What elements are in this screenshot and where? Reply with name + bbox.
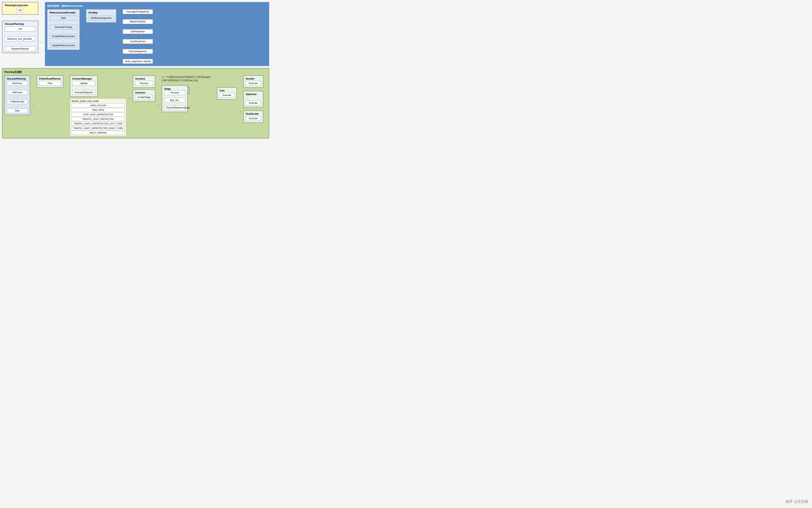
arrow-rlp-to-pnc: →: [82, 35, 84, 38]
scenario-manager-box: ScenarioManager Update ↓ ScenarioDispatc…: [70, 75, 98, 97]
ba3: ↓: [7, 105, 28, 108]
reference-line-container: 独立的进程，提供ReferenceLine ReferenceLineProvi…: [45, 2, 269, 66]
rlp-create: CreateReferenceLine: [50, 34, 77, 39]
olp-init-node: Init: [5, 27, 36, 31]
stage-stack-container: Stage Process ↓ task_list_ ↓ PlanOnRefer…: [162, 85, 193, 111]
af4: ↓: [123, 45, 153, 48]
bottom-olp-title: OnLanePlanning: [7, 77, 28, 80]
arrow-pnc-to-funcs: →: [118, 35, 121, 38]
olp-ref-node: reference_line_provider_: [5, 37, 36, 41]
cfg-stop-sign: STOP_SIGN_UNPROTECTED: [72, 113, 124, 117]
pnc-map-box: PncMap GetRouteSegments: [86, 9, 116, 23]
ba2: ↓: [7, 96, 28, 98]
scenario1-title: Scenario: [135, 77, 153, 80]
af2: ↓: [123, 25, 153, 28]
arrow-scenario-to-stage: →: [157, 104, 160, 108]
notes-box: 1.一个场景(scenario)可能有好几个阶段(stage) 2.每个阶段有好…: [162, 75, 210, 82]
decider-box: Decider Execute: [243, 75, 263, 88]
af5: ↓: [123, 55, 153, 58]
rlp-update: UpdateReferenceLine: [50, 43, 77, 48]
func-extend: ExtendSegments: [123, 49, 153, 54]
sm-dispatch: ScenarioDispatch: [72, 90, 95, 95]
bottom-section: Planning主流程 OnLanePlanning RunOnce ↓ Ini…: [2, 68, 269, 138]
ref-provider-box: ReferenceLineProvider Start ↓ GenerateTh…: [47, 9, 80, 50]
planning-component-init: Init: [16, 8, 24, 13]
rss-decider-box: RssDecider Execute: [243, 111, 263, 123]
cfg-tl-unprotected-left: TRAFFIC_LIGHT_UNPROTECTED_LEFT_TURN: [72, 122, 124, 126]
planning-component-title: PlanningComponent: [5, 4, 28, 7]
optimizer-title: Optimizer: [246, 93, 261, 96]
stage-area: 1.一个场景(scenario)可能有好几个阶段(stage) 2.每个阶段有好…: [162, 75, 210, 111]
arrow-bolp-to-prp: →: [32, 104, 35, 108]
rlp-start: Start: [50, 16, 77, 20]
func-getproj: GetProjection: [123, 29, 153, 34]
bottom-title: Planning主流程: [4, 71, 267, 74]
bolp-plan: Plan: [7, 108, 28, 113]
bolp-runonce: RunOnce: [7, 81, 28, 86]
deciders-column: Decider Execute Optimizer → Execute RssD…: [243, 75, 263, 123]
planner-config-box: planner_public_road_config LANE_FOLLOW S…: [70, 98, 126, 136]
prp-plan: Plan: [39, 81, 61, 86]
stage-title: Stage: [164, 87, 171, 90]
stage-box: Stage Process ↓ task_list_ ↓ PlanOnRefer…: [162, 85, 188, 112]
on-lane-planning-top-title: OnLanePlanning: [5, 23, 36, 26]
rss-execute: Execute: [246, 116, 261, 121]
arrow2: ↓: [5, 42, 36, 45]
func-route-back: route_segments->back(): [123, 59, 153, 64]
arrow-stage-to-task: →: [212, 110, 215, 113]
right-funcs-box: PassageToSegments ↓ MakePointENU ↓ GetPr…: [123, 9, 153, 64]
cfg-valet: VALET_PARKING: [72, 131, 124, 135]
optimizer-box: Optimizer → Execute: [243, 91, 263, 108]
scenario-box-2: Scenario CreateStage: [133, 89, 155, 101]
planning-component-box: PlanningComponent Init: [2, 2, 38, 15]
arrow-task-to-decider: →: [239, 110, 241, 113]
sc2-create: CreateStage: [135, 95, 153, 99]
cfg-tl-unprotected-right: TRAFFIC_LIGHT_UNPROTECTED_RIGHT_TURN: [72, 126, 124, 130]
arrow1: ↓: [5, 33, 36, 35]
note2: 2.每个阶段有好几个任务(task_list): [162, 79, 210, 82]
stage-a1: ↓: [164, 95, 185, 98]
olp-dispatch-node: DispatchPlanner: [5, 46, 36, 51]
a2: ↓: [50, 30, 77, 33]
prp-title: PublicRoadPlanner: [39, 77, 61, 80]
decider-execute: Execute: [246, 81, 261, 86]
scenario-manager-area: ScenarioManager Update ↓ ScenarioDispatc…: [70, 75, 126, 136]
cfg-tl-protected: TRAFFIC_LIGHT_PROTECTED: [72, 117, 124, 121]
bolp-initframe: InitFrame: [7, 90, 28, 95]
stage-tasklist: task_list_: [164, 98, 185, 102]
pnc-map-title: PncMap: [88, 11, 114, 14]
arrow-olp-to-ref: →: [40, 40, 43, 43]
ba1: ↓: [7, 87, 28, 89]
rlp-generate: GenerateThread: [50, 25, 77, 30]
task-title: Task: [219, 89, 235, 92]
task-box: Task Execute: [217, 87, 237, 99]
on-lane-planning-top-box: OnLanePlanning Init ↓ reference_line_pro…: [2, 20, 38, 53]
note1: 1.一个场景(scenario)可能有好几个阶段(stage): [162, 75, 210, 79]
stage-a2: ↓: [164, 102, 185, 105]
arrow-prp-to-sm: →: [65, 102, 68, 105]
ref-provider-title: ReferenceLineProvider: [50, 11, 77, 14]
public-road-box: PublicRoadPlanner Plan: [37, 75, 63, 88]
task-execute: Execute: [219, 93, 235, 98]
bolp-trafficdecider: TrafficDecider: [7, 99, 28, 104]
arrow-pc-to-olp: ↓: [2, 16, 38, 19]
func-makepoint: MakePointENU: [123, 19, 153, 24]
a1: ↓: [50, 21, 77, 24]
scenario-outer: Scenario Process Scenario CreateStage: [133, 75, 155, 101]
func-candrive: CanDriveFrom: [123, 39, 153, 44]
arrow-sm-to-scenario: →: [128, 96, 131, 99]
af3: ↓: [123, 35, 153, 38]
a3: ↓: [50, 40, 77, 42]
rss-title: RssDecider: [246, 113, 261, 115]
pnc-get-route: GetRouteSegments: [88, 16, 114, 20]
stage-process: Process: [164, 90, 185, 95]
cfg-side-pass: SIDE_PASS: [72, 108, 124, 112]
func-passage: PassageToSegments: [123, 9, 153, 14]
bottom-on-lane-box: OnLanePlanning RunOnce ↓ InitFrame ↓ Tra…: [4, 75, 30, 115]
cfg-lane-follow: LANE_FOLLOW: [72, 103, 124, 108]
planner-config-title: planner_public_road_config: [72, 100, 124, 102]
arrow-opt: →: [246, 96, 248, 99]
decider-title: Decider: [246, 77, 261, 80]
sm-update: Update: [72, 81, 95, 86]
stage-planref: PlanOnReferenceLine: [164, 105, 185, 110]
